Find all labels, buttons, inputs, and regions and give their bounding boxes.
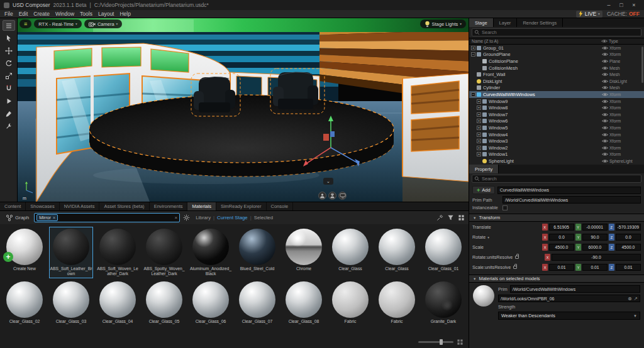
- material-card-clear-glass-01[interactable]: Clear_Glass_01: [421, 227, 465, 278]
- visibility-eye-icon[interactable]: [601, 106, 609, 110]
- stage-platform[interactable]: [89, 95, 394, 177]
- expander-icon[interactable]: −: [471, 92, 475, 97]
- filter-icon[interactable]: [447, 214, 454, 221]
- visibility-eye-icon[interactable]: [601, 59, 609, 63]
- menu-item-help[interactable]: Help: [119, 11, 130, 17]
- slider-knob[interactable]: [440, 339, 443, 345]
- expander-icon[interactable]: +: [477, 99, 481, 104]
- material-path-field[interactable]: /World/Looks/OmniPBR_06 ⊗ ↗: [498, 295, 640, 302]
- expander-icon[interactable]: +: [477, 152, 481, 156]
- material-card-blued-steel-cold[interactable]: Blued_Steel_Cold: [235, 227, 279, 278]
- name-column-header[interactable]: Name (Z to A): [472, 39, 600, 43]
- visibility-eye-icon[interactable]: [601, 133, 609, 137]
- viewport-collapse-chevron[interactable]: ⌄: [323, 178, 333, 185]
- material-card-abs-soft-woven-leather-dark[interactable]: ABS_Soft_Woven_Leather_Dark: [96, 227, 140, 278]
- material-card-clear-glass-04[interactable]: Clear_Glass_04: [96, 280, 140, 331]
- screen-share-button[interactable]: [338, 192, 347, 200]
- value-field[interactable]: 4500.0: [549, 244, 574, 251]
- value-field[interactable]: 6000.0: [582, 244, 608, 251]
- material-card-clear-glass[interactable]: Clear_Glass: [375, 227, 419, 278]
- visibility-eye-icon[interactable]: [601, 152, 609, 156]
- tab-asset-stores-beta[interactable]: Asset Stores (beta): [99, 202, 149, 210]
- materials-search-field[interactable]: Mirror × ×: [34, 213, 180, 222]
- tree-row-window6[interactable]: +Window6Xform: [469, 118, 644, 125]
- tab-simready-explorer[interactable]: SimReady Explorer: [216, 202, 267, 210]
- value-field[interactable]: 0.01: [616, 264, 641, 271]
- tree-row-cylinder[interactable]: CylinderMesh: [469, 85, 644, 92]
- expander-icon[interactable]: +: [477, 106, 481, 110]
- type-column-header[interactable]: Type: [609, 39, 641, 43]
- tree-row-window9[interactable]: +Window9Xform: [469, 98, 644, 105]
- menu-item-tools[interactable]: Tools: [80, 11, 92, 17]
- expander-icon[interactable]: +: [477, 112, 481, 117]
- tab-stage[interactable]: Stage: [469, 18, 494, 27]
- tree-row-window5[interactable]: +Window5Xform: [469, 124, 644, 131]
- tree-row-collisionmesh[interactable]: CollisionMeshMesh: [469, 65, 644, 72]
- tab-showcases[interactable]: Showcases: [26, 202, 59, 210]
- axis-orientation-gizmo[interactable]: [21, 178, 36, 194]
- remove-tag-icon[interactable]: ×: [53, 215, 55, 220]
- tree-row-window2[interactable]: +Window2Xform: [469, 144, 644, 151]
- visibility-eye-icon[interactable]: [601, 66, 609, 70]
- stage-lights-dropdown[interactable]: Stage Lights ▾: [420, 19, 466, 28]
- tree-row-group-01[interactable]: +Group_01Xform: [469, 45, 644, 52]
- tree-row-window7[interactable]: +Window7Xform: [469, 111, 644, 118]
- value-field[interactable]: 90.0: [582, 234, 608, 241]
- value-field[interactable]: 0.01: [582, 264, 608, 271]
- prim-path-field[interactable]: /World/CurvedWallWithWindows: [502, 196, 641, 204]
- minimize-button[interactable]: –: [602, 0, 615, 10]
- close-button[interactable]: ×: [628, 0, 640, 10]
- tree-row-window3[interactable]: +Window3Xform: [469, 138, 644, 144]
- rotate-order-dropdown-icon[interactable]: ▾: [487, 236, 489, 239]
- expander-icon[interactable]: +: [477, 119, 481, 123]
- visibility-eye-icon[interactable]: [601, 112, 609, 117]
- expander-icon[interactable]: −: [471, 52, 475, 57]
- wrench-tool-button[interactable]: [3, 121, 15, 131]
- tree-row-disklight[interactable]: DiskLightDiskLight: [469, 78, 644, 85]
- visibility-eye-icon[interactable]: [601, 72, 609, 77]
- viewport-menu-button[interactable]: ≡: [19, 19, 31, 28]
- value-field[interactable]: 0.0: [616, 234, 641, 241]
- rotate-tool-button[interactable]: [3, 58, 15, 68]
- add-property-button[interactable]: + Add: [472, 186, 495, 194]
- scale-tool-button[interactable]: [3, 70, 15, 81]
- stage-search-input[interactable]: [482, 30, 639, 35]
- material-card-granite-dark[interactable]: Granite_Dark: [421, 280, 465, 331]
- material-card-abs-spotty-woven-leather-dark[interactable]: ABS_Spotty_Woven_Leather_Dark: [142, 227, 186, 278]
- tree-row-window4[interactable]: +Window4Xform: [469, 131, 644, 138]
- tab-render-settings[interactable]: Render Settings: [517, 18, 563, 27]
- tab-property[interactable]: Property: [469, 165, 499, 173]
- instanceable-checkbox[interactable]: [502, 205, 508, 210]
- move-tool-button[interactable]: [3, 45, 15, 56]
- armchair-left[interactable]: [194, 77, 235, 112]
- visibility-eye-icon[interactable]: [601, 92, 609, 97]
- search-tag-chip[interactable]: Mirror ×: [36, 214, 58, 221]
- visibility-eye-icon[interactable]: [601, 146, 609, 150]
- menu-item-edit[interactable]: Edit: [19, 11, 28, 17]
- visibility-eye-icon[interactable]: [601, 99, 609, 104]
- material-card-clear-glass-05[interactable]: Clear_Glass_05: [142, 280, 186, 331]
- tab-console[interactable]: Console: [267, 202, 294, 210]
- tree-row-groundplane[interactable]: −GroundPlaneXform: [469, 52, 644, 58]
- material-card-clear-glass-03[interactable]: Clear_Glass_03: [49, 280, 93, 331]
- material-card-clear-glass[interactable]: Clear_Glass: [328, 227, 372, 278]
- materials-section-header[interactable]: ▼ Materials on selected models: [469, 275, 644, 283]
- tree-row-window8[interactable]: +Window8Xform: [469, 104, 644, 111]
- material-card-clear-glass-06[interactable]: Clear_Glass_06: [189, 280, 233, 331]
- menu-item-create[interactable]: Create: [33, 11, 50, 17]
- material-card-create-new[interactable]: +Create New: [3, 227, 47, 278]
- prim-name-field[interactable]: CurvedWallWithWindows: [497, 187, 641, 194]
- material-card-clear-glass-02[interactable]: Clear_Glass_02: [3, 280, 47, 331]
- list-view-icon[interactable]: [457, 339, 464, 345]
- tab-layer[interactable]: Layer: [494, 18, 518, 27]
- tree-row-collisionplane[interactable]: CollisionPlanePlane: [469, 58, 644, 65]
- menu-item-file[interactable]: File: [4, 11, 13, 17]
- material-card-clear-glass-07[interactable]: Clear_Glass_07: [235, 280, 279, 331]
- value-field[interactable]: 0.0: [549, 234, 574, 241]
- select-tool-button[interactable]: [3, 33, 15, 43]
- strength-dropdown[interactable]: Weaker than Descendants ▼: [498, 312, 640, 320]
- tab-materials[interactable]: Materials: [187, 202, 216, 210]
- tree-row-curvedwallwithwindows[interactable]: −CurvedWallWithWindowsXform: [469, 91, 644, 98]
- tab-content[interactable]: Content: [0, 202, 26, 210]
- filter-link-library[interactable]: Library: [196, 215, 211, 220]
